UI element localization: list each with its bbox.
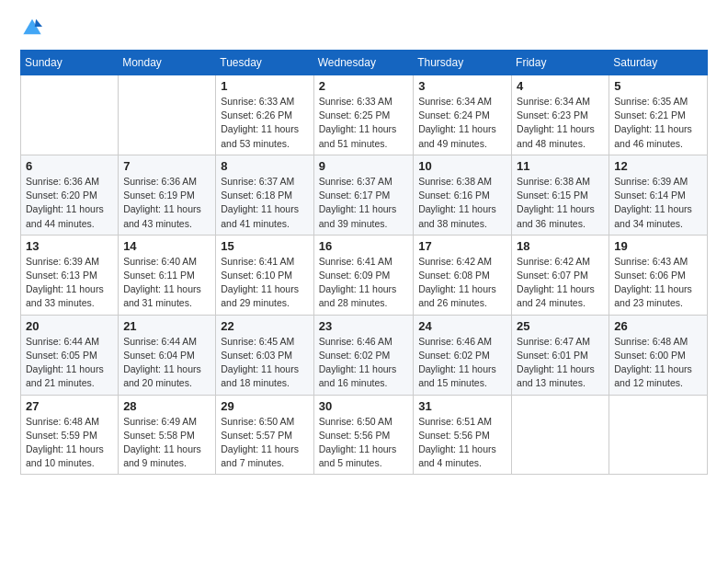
calendar-week-row: 6Sunrise: 6:36 AM Sunset: 6:20 PM Daylig… <box>21 155 708 235</box>
calendar-week-row: 27Sunrise: 6:48 AM Sunset: 5:59 PM Dayli… <box>21 395 708 475</box>
day-info: Sunrise: 6:42 AM Sunset: 6:07 PM Dayligh… <box>517 255 604 311</box>
logo-icon <box>22 17 42 37</box>
day-number: 6 <box>26 159 113 173</box>
day-number: 23 <box>319 319 408 333</box>
calendar-cell: 5Sunrise: 6:35 AM Sunset: 6:21 PM Daylig… <box>609 75 708 155</box>
calendar-cell: 6Sunrise: 6:36 AM Sunset: 6:20 PM Daylig… <box>21 155 119 235</box>
weekday-header-cell: Monday <box>119 51 216 75</box>
calendar-cell: 19Sunrise: 6:43 AM Sunset: 6:06 PM Dayli… <box>609 235 708 315</box>
calendar-cell: 12Sunrise: 6:39 AM Sunset: 6:14 PM Dayli… <box>609 155 708 235</box>
calendar-cell: 29Sunrise: 6:50 AM Sunset: 5:57 PM Dayli… <box>216 395 313 475</box>
day-info: Sunrise: 6:49 AM Sunset: 5:58 PM Dayligh… <box>123 415 210 471</box>
calendar-cell <box>512 395 609 475</box>
day-info: Sunrise: 6:34 AM Sunset: 6:23 PM Dayligh… <box>517 95 604 151</box>
day-number: 29 <box>221 399 308 413</box>
weekday-header-cell: Thursday <box>414 51 512 75</box>
day-info: Sunrise: 6:38 AM Sunset: 6:16 PM Dayligh… <box>418 175 506 231</box>
calendar-cell: 3Sunrise: 6:34 AM Sunset: 6:24 PM Daylig… <box>414 75 512 155</box>
calendar-cell: 26Sunrise: 6:48 AM Sunset: 6:00 PM Dayli… <box>609 315 708 395</box>
day-number: 17 <box>418 239 506 253</box>
header <box>20 17 708 40</box>
day-number: 7 <box>123 159 210 173</box>
calendar-cell: 4Sunrise: 6:34 AM Sunset: 6:23 PM Daylig… <box>512 75 609 155</box>
day-number: 21 <box>123 319 210 333</box>
day-info: Sunrise: 6:45 AM Sunset: 6:03 PM Dayligh… <box>221 335 308 391</box>
day-info: Sunrise: 6:33 AM Sunset: 6:26 PM Dayligh… <box>221 95 308 151</box>
day-info: Sunrise: 6:37 AM Sunset: 6:18 PM Dayligh… <box>221 175 308 231</box>
day-number: 4 <box>517 79 604 93</box>
day-info: Sunrise: 6:38 AM Sunset: 6:15 PM Dayligh… <box>517 175 604 231</box>
calendar-week-row: 1Sunrise: 6:33 AM Sunset: 6:26 PM Daylig… <box>21 75 708 155</box>
day-info: Sunrise: 6:41 AM Sunset: 6:09 PM Dayligh… <box>319 255 408 311</box>
calendar-cell: 23Sunrise: 6:46 AM Sunset: 6:02 PM Dayli… <box>313 315 413 395</box>
day-number: 25 <box>517 319 604 333</box>
day-info: Sunrise: 6:46 AM Sunset: 6:02 PM Dayligh… <box>319 335 408 391</box>
weekday-header-cell: Sunday <box>21 51 119 75</box>
day-info: Sunrise: 6:51 AM Sunset: 5:56 PM Dayligh… <box>418 415 506 471</box>
svg-marker-1 <box>35 19 42 27</box>
day-info: Sunrise: 6:40 AM Sunset: 6:11 PM Dayligh… <box>123 255 210 311</box>
calendar-cell: 13Sunrise: 6:39 AM Sunset: 6:13 PM Dayli… <box>21 235 119 315</box>
day-info: Sunrise: 6:43 AM Sunset: 6:06 PM Dayligh… <box>614 255 702 311</box>
calendar-cell: 2Sunrise: 6:33 AM Sunset: 6:25 PM Daylig… <box>313 75 413 155</box>
weekday-header-cell: Saturday <box>609 51 708 75</box>
day-number: 9 <box>319 159 408 173</box>
day-number: 31 <box>418 399 506 413</box>
day-info: Sunrise: 6:37 AM Sunset: 6:17 PM Dayligh… <box>319 175 408 231</box>
calendar-cell: 11Sunrise: 6:38 AM Sunset: 6:15 PM Dayli… <box>512 155 609 235</box>
day-info: Sunrise: 6:48 AM Sunset: 6:00 PM Dayligh… <box>614 335 702 391</box>
calendar-cell <box>21 75 119 155</box>
day-info: Sunrise: 6:44 AM Sunset: 6:05 PM Dayligh… <box>26 335 113 391</box>
calendar-cell: 28Sunrise: 6:49 AM Sunset: 5:58 PM Dayli… <box>119 395 216 475</box>
logo <box>20 17 44 40</box>
day-number: 26 <box>614 319 702 333</box>
day-info: Sunrise: 6:39 AM Sunset: 6:14 PM Dayligh… <box>614 175 702 231</box>
day-info: Sunrise: 6:33 AM Sunset: 6:25 PM Dayligh… <box>319 95 408 151</box>
calendar-cell: 17Sunrise: 6:42 AM Sunset: 6:08 PM Dayli… <box>414 235 512 315</box>
day-info: Sunrise: 6:36 AM Sunset: 6:19 PM Dayligh… <box>123 175 210 231</box>
day-number: 14 <box>123 239 210 253</box>
calendar-cell: 16Sunrise: 6:41 AM Sunset: 6:09 PM Dayli… <box>313 235 413 315</box>
calendar-table: SundayMondayTuesdayWednesdayThursdayFrid… <box>20 50 708 475</box>
day-info: Sunrise: 6:50 AM Sunset: 5:57 PM Dayligh… <box>221 415 308 471</box>
calendar-cell: 10Sunrise: 6:38 AM Sunset: 6:16 PM Dayli… <box>414 155 512 235</box>
calendar-cell: 7Sunrise: 6:36 AM Sunset: 6:19 PM Daylig… <box>119 155 216 235</box>
calendar-cell: 9Sunrise: 6:37 AM Sunset: 6:17 PM Daylig… <box>313 155 413 235</box>
weekday-header-cell: Tuesday <box>216 51 313 75</box>
day-number: 28 <box>123 399 210 413</box>
day-info: Sunrise: 6:50 AM Sunset: 5:56 PM Dayligh… <box>319 415 408 471</box>
calendar-cell <box>119 75 216 155</box>
day-info: Sunrise: 6:42 AM Sunset: 6:08 PM Dayligh… <box>418 255 506 311</box>
day-info: Sunrise: 6:35 AM Sunset: 6:21 PM Dayligh… <box>614 95 702 151</box>
calendar-body: 1Sunrise: 6:33 AM Sunset: 6:26 PM Daylig… <box>21 75 708 475</box>
day-info: Sunrise: 6:47 AM Sunset: 6:01 PM Dayligh… <box>517 335 604 391</box>
weekday-header-cell: Friday <box>512 51 609 75</box>
weekday-header-row: SundayMondayTuesdayWednesdayThursdayFrid… <box>21 51 708 75</box>
weekday-header-cell: Wednesday <box>313 51 413 75</box>
day-info: Sunrise: 6:34 AM Sunset: 6:24 PM Dayligh… <box>418 95 506 151</box>
calendar-week-row: 20Sunrise: 6:44 AM Sunset: 6:05 PM Dayli… <box>21 315 708 395</box>
calendar-cell: 8Sunrise: 6:37 AM Sunset: 6:18 PM Daylig… <box>216 155 313 235</box>
calendar-cell: 21Sunrise: 6:44 AM Sunset: 6:04 PM Dayli… <box>119 315 216 395</box>
day-number: 24 <box>418 319 506 333</box>
calendar-week-row: 13Sunrise: 6:39 AM Sunset: 6:13 PM Dayli… <box>21 235 708 315</box>
calendar-cell: 22Sunrise: 6:45 AM Sunset: 6:03 PM Dayli… <box>216 315 313 395</box>
day-info: Sunrise: 6:44 AM Sunset: 6:04 PM Dayligh… <box>123 335 210 391</box>
day-number: 30 <box>319 399 408 413</box>
day-number: 18 <box>517 239 604 253</box>
day-number: 1 <box>221 79 308 93</box>
day-number: 20 <box>26 319 113 333</box>
day-info: Sunrise: 6:46 AM Sunset: 6:02 PM Dayligh… <box>418 335 506 391</box>
calendar-cell: 1Sunrise: 6:33 AM Sunset: 6:26 PM Daylig… <box>216 75 313 155</box>
day-number: 13 <box>26 239 113 253</box>
calendar-cell: 25Sunrise: 6:47 AM Sunset: 6:01 PM Dayli… <box>512 315 609 395</box>
calendar-cell <box>609 395 708 475</box>
calendar-cell: 18Sunrise: 6:42 AM Sunset: 6:07 PM Dayli… <box>512 235 609 315</box>
calendar-cell: 27Sunrise: 6:48 AM Sunset: 5:59 PM Dayli… <box>21 395 119 475</box>
day-number: 22 <box>221 319 308 333</box>
day-number: 10 <box>418 159 506 173</box>
day-number: 27 <box>26 399 113 413</box>
day-info: Sunrise: 6:36 AM Sunset: 6:20 PM Dayligh… <box>26 175 113 231</box>
page: SundayMondayTuesdayWednesdayThursdayFrid… <box>0 0 728 563</box>
day-number: 16 <box>319 239 408 253</box>
